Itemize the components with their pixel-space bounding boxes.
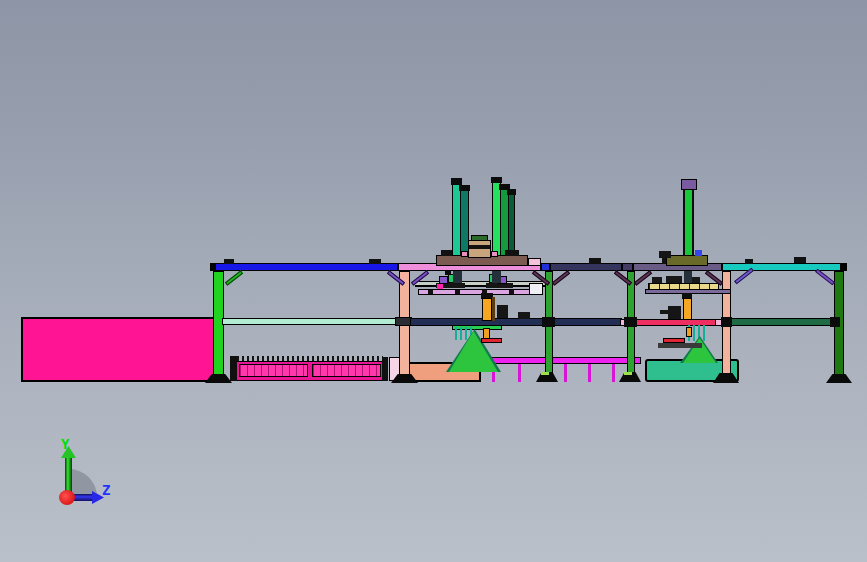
lift-cone bbox=[683, 338, 716, 363]
gripper-plate bbox=[666, 276, 682, 283]
beam-cap bbox=[840, 263, 847, 271]
gripper-bracket bbox=[660, 310, 668, 314]
conveyor-endplate bbox=[230, 356, 237, 381]
beam-clamp bbox=[369, 259, 381, 264]
table-leg bbox=[518, 364, 521, 382]
beam-junction bbox=[721, 317, 732, 327]
post-foot bbox=[826, 374, 852, 383]
gripper-bracket bbox=[497, 305, 508, 318]
beam-junction bbox=[830, 317, 840, 327]
conveyor-panel bbox=[312, 364, 381, 377]
tower-cap bbox=[491, 177, 502, 183]
table-leg bbox=[612, 364, 615, 382]
beam-clamp bbox=[224, 259, 234, 264]
actuator-orange bbox=[683, 298, 692, 320]
tower-link bbox=[684, 269, 692, 283]
actuator-orange bbox=[482, 298, 492, 321]
robot-head bbox=[468, 240, 491, 258]
beam-top-teal bbox=[722, 263, 843, 271]
rail-end-box bbox=[529, 283, 543, 295]
table-leg bbox=[564, 364, 567, 382]
gantry-rail-lower bbox=[418, 289, 542, 295]
rail-slider bbox=[428, 290, 433, 294]
carriage-cap bbox=[445, 271, 451, 275]
beam-cap bbox=[210, 263, 216, 271]
post-foot-pad bbox=[541, 372, 549, 375]
pusher-box-magenta bbox=[21, 317, 216, 382]
table-top bbox=[483, 357, 641, 364]
tower-link bbox=[492, 269, 501, 283]
tower-cap-purple bbox=[681, 179, 697, 190]
beam-clamp bbox=[441, 250, 452, 256]
tower-cap bbox=[459, 185, 470, 191]
sensor-blue bbox=[695, 250, 702, 256]
conveyor-panel bbox=[239, 364, 308, 377]
rail-slider bbox=[509, 290, 514, 294]
triad-z-label: Z bbox=[102, 483, 110, 497]
brace bbox=[225, 270, 243, 285]
brace bbox=[552, 270, 570, 285]
rail-slider bbox=[455, 290, 460, 294]
tower-column bbox=[683, 188, 694, 258]
orange-pin bbox=[686, 327, 692, 337]
tower-base bbox=[666, 255, 708, 266]
beam-top-blue bbox=[210, 263, 398, 271]
tower-link bbox=[453, 269, 462, 283]
carriage-beam-ext bbox=[528, 258, 541, 266]
robot-shoulder bbox=[461, 251, 468, 257]
cad-viewport[interactable]: Y Z bbox=[0, 0, 867, 562]
gantry-rail-upper bbox=[415, 281, 545, 287]
gripper-dark-bar bbox=[658, 343, 702, 348]
robot-shoulder bbox=[491, 251, 498, 257]
gripper-bracket bbox=[668, 306, 681, 319]
robot-head-cap bbox=[471, 235, 488, 241]
conveyor-endplate bbox=[382, 357, 388, 381]
beam-junction bbox=[542, 317, 555, 327]
beam-top-blue2 bbox=[541, 263, 550, 271]
beam-clamp bbox=[589, 258, 601, 264]
carriage-block-purple bbox=[439, 276, 448, 284]
tower-cap bbox=[451, 178, 462, 185]
beam-top-darkpurple bbox=[622, 263, 633, 271]
actuator-rod bbox=[492, 297, 495, 321]
gripper-plate bbox=[659, 251, 671, 258]
beam-clamp bbox=[794, 257, 806, 263]
robot-visor bbox=[469, 245, 490, 249]
beam-clamp bbox=[505, 250, 519, 256]
beam-clamp bbox=[745, 259, 753, 264]
tower-cap bbox=[507, 189, 516, 195]
beam-top-navy bbox=[550, 263, 622, 271]
orange-pin bbox=[483, 328, 490, 339]
beam-mid-navy bbox=[410, 318, 622, 326]
table-leg bbox=[588, 364, 591, 382]
triad-x-origin bbox=[59, 490, 75, 505]
post-foot-pad bbox=[624, 372, 632, 375]
brace bbox=[815, 269, 835, 286]
tower-column bbox=[508, 194, 515, 258]
beam-mid-green bbox=[731, 318, 838, 326]
beam-mid-mint bbox=[222, 318, 402, 325]
beam-junction bbox=[624, 317, 637, 327]
gripper-bracket bbox=[518, 312, 530, 319]
